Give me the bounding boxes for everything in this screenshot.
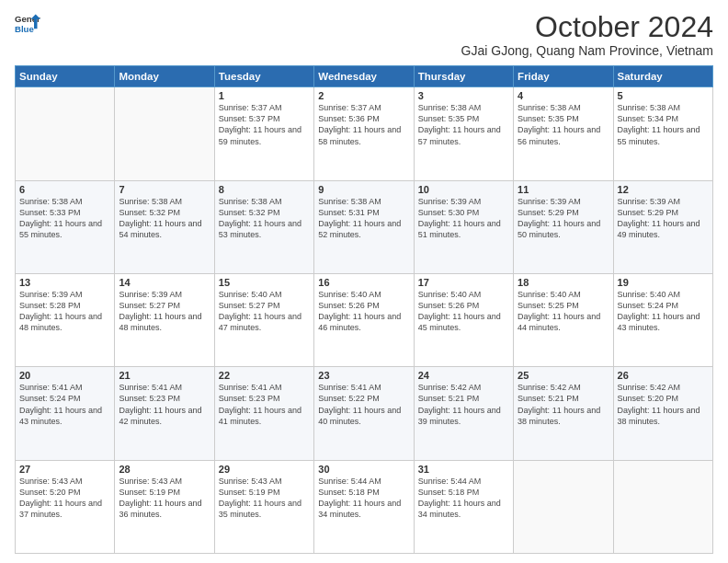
calendar-cell: 15Sunrise: 5:40 AM Sunset: 5:27 PM Dayli… <box>214 273 313 366</box>
calendar-cell: 26Sunrise: 5:42 AM Sunset: 5:20 PM Dayli… <box>613 367 712 460</box>
cell-info: Sunrise: 5:37 AM Sunset: 5:37 PM Dayligh… <box>219 102 310 147</box>
calendar-cell: 16Sunrise: 5:40 AM Sunset: 5:26 PM Dayli… <box>314 273 414 366</box>
calendar-cell: 2Sunrise: 5:37 AM Sunset: 5:36 PM Daylig… <box>314 87 414 180</box>
cell-info: Sunrise: 5:38 AM Sunset: 5:32 PM Dayligh… <box>119 196 210 241</box>
header-sunday: Sunday <box>16 66 115 87</box>
day-number: 6 <box>19 184 110 195</box>
svg-text:Blue: Blue <box>15 24 34 34</box>
day-number: 3 <box>418 90 509 101</box>
main-title: October 2024 <box>461 11 713 43</box>
calendar-cell: 30Sunrise: 5:44 AM Sunset: 5:18 PM Dayli… <box>314 460 414 553</box>
cell-info: Sunrise: 5:38 AM Sunset: 5:34 PM Dayligh… <box>618 102 709 147</box>
week-row-5: 27Sunrise: 5:43 AM Sunset: 5:20 PM Dayli… <box>16 460 713 553</box>
day-number: 7 <box>119 184 210 195</box>
day-number: 13 <box>19 277 110 288</box>
cell-info: Sunrise: 5:44 AM Sunset: 5:18 PM Dayligh… <box>418 476 509 521</box>
calendar-cell: 7Sunrise: 5:38 AM Sunset: 5:32 PM Daylig… <box>115 180 214 273</box>
week-row-2: 6Sunrise: 5:38 AM Sunset: 5:33 PM Daylig… <box>16 180 713 273</box>
day-number: 14 <box>119 277 210 288</box>
cell-info: Sunrise: 5:38 AM Sunset: 5:32 PM Dayligh… <box>219 196 310 241</box>
calendar-cell <box>115 87 214 180</box>
cell-info: Sunrise: 5:39 AM Sunset: 5:27 PM Dayligh… <box>119 289 210 334</box>
day-number: 23 <box>318 370 409 381</box>
calendar-cell: 27Sunrise: 5:43 AM Sunset: 5:20 PM Dayli… <box>16 460 115 553</box>
calendar-cell: 23Sunrise: 5:41 AM Sunset: 5:22 PM Dayli… <box>314 367 414 460</box>
day-number: 20 <box>19 370 110 381</box>
cell-info: Sunrise: 5:38 AM Sunset: 5:33 PM Dayligh… <box>19 196 110 241</box>
cell-info: Sunrise: 5:40 AM Sunset: 5:25 PM Dayligh… <box>518 289 609 334</box>
calendar-cell: 6Sunrise: 5:38 AM Sunset: 5:33 PM Daylig… <box>16 180 115 273</box>
calendar-cell <box>16 87 115 180</box>
week-row-1: 1Sunrise: 5:37 AM Sunset: 5:37 PM Daylig… <box>16 87 713 180</box>
day-number: 18 <box>518 277 609 288</box>
day-number: 22 <box>219 370 310 381</box>
calendar-cell: 14Sunrise: 5:39 AM Sunset: 5:27 PM Dayli… <box>115 273 214 366</box>
page: General Blue October 2024 GJai GJong, Qu… <box>0 0 728 563</box>
day-number: 17 <box>418 277 509 288</box>
header: General Blue October 2024 GJai GJong, Qu… <box>15 11 713 58</box>
calendar-cell: 10Sunrise: 5:39 AM Sunset: 5:30 PM Dayli… <box>414 180 513 273</box>
calendar-cell: 18Sunrise: 5:40 AM Sunset: 5:25 PM Dayli… <box>514 273 613 366</box>
cell-info: Sunrise: 5:40 AM Sunset: 5:27 PM Dayligh… <box>219 289 310 334</box>
logo: General Blue <box>15 11 40 37</box>
cell-info: Sunrise: 5:41 AM Sunset: 5:22 PM Dayligh… <box>318 382 409 427</box>
cell-info: Sunrise: 5:40 AM Sunset: 5:24 PM Dayligh… <box>618 289 709 334</box>
calendar-cell: 29Sunrise: 5:43 AM Sunset: 5:19 PM Dayli… <box>214 460 313 553</box>
weekday-header-row: Sunday Monday Tuesday Wednesday Thursday… <box>16 66 713 87</box>
cell-info: Sunrise: 5:41 AM Sunset: 5:23 PM Dayligh… <box>119 382 210 427</box>
day-number: 29 <box>219 464 310 475</box>
day-number: 21 <box>119 370 210 381</box>
calendar-table: Sunday Monday Tuesday Wednesday Thursday… <box>15 65 713 554</box>
calendar-cell: 22Sunrise: 5:41 AM Sunset: 5:23 PM Dayli… <box>214 367 313 460</box>
cell-info: Sunrise: 5:43 AM Sunset: 5:19 PM Dayligh… <box>219 476 310 521</box>
header-wednesday: Wednesday <box>314 66 414 87</box>
cell-info: Sunrise: 5:44 AM Sunset: 5:18 PM Dayligh… <box>318 476 409 521</box>
calendar-cell <box>613 460 712 553</box>
calendar-cell: 24Sunrise: 5:42 AM Sunset: 5:21 PM Dayli… <box>414 367 513 460</box>
calendar-cell: 13Sunrise: 5:39 AM Sunset: 5:28 PM Dayli… <box>16 273 115 366</box>
cell-info: Sunrise: 5:42 AM Sunset: 5:20 PM Dayligh… <box>618 382 709 427</box>
day-number: 31 <box>418 464 509 475</box>
day-number: 4 <box>518 90 609 101</box>
cell-info: Sunrise: 5:39 AM Sunset: 5:29 PM Dayligh… <box>518 196 609 241</box>
day-number: 27 <box>19 464 110 475</box>
cell-info: Sunrise: 5:40 AM Sunset: 5:26 PM Dayligh… <box>418 289 509 334</box>
cell-info: Sunrise: 5:42 AM Sunset: 5:21 PM Dayligh… <box>518 382 609 427</box>
day-number: 2 <box>318 90 409 101</box>
day-number: 19 <box>618 277 709 288</box>
subtitle: GJai GJong, Quang Nam Province, Vietnam <box>461 43 713 58</box>
day-number: 28 <box>119 464 210 475</box>
header-tuesday: Tuesday <box>214 66 313 87</box>
day-number: 10 <box>418 184 509 195</box>
calendar-cell: 19Sunrise: 5:40 AM Sunset: 5:24 PM Dayli… <box>613 273 712 366</box>
cell-info: Sunrise: 5:40 AM Sunset: 5:26 PM Dayligh… <box>318 289 409 334</box>
calendar-cell: 5Sunrise: 5:38 AM Sunset: 5:34 PM Daylig… <box>613 87 712 180</box>
day-number: 30 <box>318 464 409 475</box>
calendar-cell: 28Sunrise: 5:43 AM Sunset: 5:19 PM Dayli… <box>115 460 214 553</box>
day-number: 24 <box>418 370 509 381</box>
cell-info: Sunrise: 5:39 AM Sunset: 5:28 PM Dayligh… <box>19 289 110 334</box>
cell-info: Sunrise: 5:39 AM Sunset: 5:29 PM Dayligh… <box>618 196 709 241</box>
header-thursday: Thursday <box>414 66 513 87</box>
calendar-cell: 20Sunrise: 5:41 AM Sunset: 5:24 PM Dayli… <box>16 367 115 460</box>
cell-info: Sunrise: 5:37 AM Sunset: 5:36 PM Dayligh… <box>318 102 409 147</box>
cell-info: Sunrise: 5:38 AM Sunset: 5:35 PM Dayligh… <box>418 102 509 147</box>
day-number: 11 <box>518 184 609 195</box>
calendar-cell: 12Sunrise: 5:39 AM Sunset: 5:29 PM Dayli… <box>613 180 712 273</box>
day-number: 12 <box>618 184 709 195</box>
day-number: 5 <box>618 90 709 101</box>
cell-info: Sunrise: 5:41 AM Sunset: 5:24 PM Dayligh… <box>19 382 110 427</box>
day-number: 1 <box>219 90 310 101</box>
calendar-cell: 3Sunrise: 5:38 AM Sunset: 5:35 PM Daylig… <box>414 87 513 180</box>
day-number: 16 <box>318 277 409 288</box>
cell-info: Sunrise: 5:39 AM Sunset: 5:30 PM Dayligh… <box>418 196 509 241</box>
cell-info: Sunrise: 5:38 AM Sunset: 5:31 PM Dayligh… <box>318 196 409 241</box>
cell-info: Sunrise: 5:42 AM Sunset: 5:21 PM Dayligh… <box>418 382 509 427</box>
calendar-cell <box>514 460 613 553</box>
calendar-cell: 21Sunrise: 5:41 AM Sunset: 5:23 PM Dayli… <box>115 367 214 460</box>
header-saturday: Saturday <box>613 66 712 87</box>
calendar-cell: 17Sunrise: 5:40 AM Sunset: 5:26 PM Dayli… <box>414 273 513 366</box>
calendar-cell: 8Sunrise: 5:38 AM Sunset: 5:32 PM Daylig… <box>214 180 313 273</box>
header-monday: Monday <box>115 66 214 87</box>
week-row-4: 20Sunrise: 5:41 AM Sunset: 5:24 PM Dayli… <box>16 367 713 460</box>
